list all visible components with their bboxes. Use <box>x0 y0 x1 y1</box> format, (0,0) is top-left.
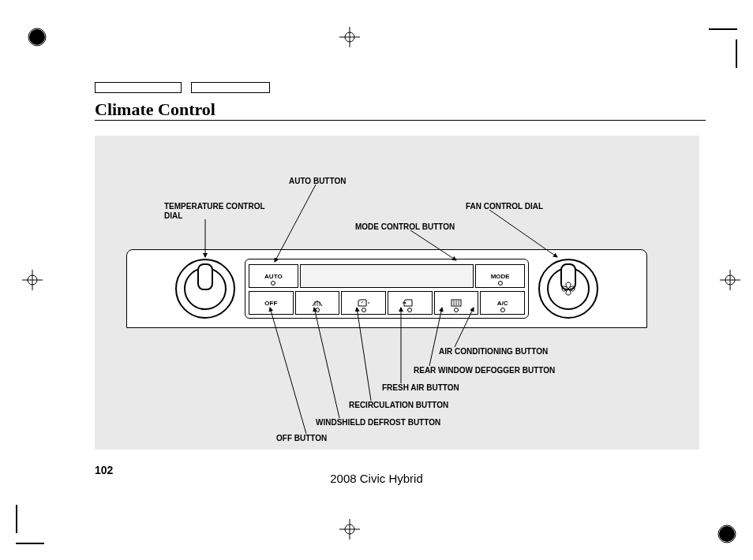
callout-ws-defrost: WINDSHIELD DEFROST BUTTON <box>316 418 440 427</box>
callout-auto-button: AUTO BUTTON <box>289 177 346 185</box>
crop-mark-top-right <box>698 28 737 68</box>
svg-point-2 <box>719 526 735 542</box>
callout-mode-button: MODE CONTROL BUTTON <box>355 222 455 231</box>
temperature-dial <box>175 259 235 319</box>
fresh-air-icon <box>403 298 417 308</box>
callout-ac-button: AIR CONDITIONING BUTTON <box>439 347 548 356</box>
callout-recirc: RECIRCULATION BUTTON <box>349 401 448 409</box>
heading-tab-marks <box>95 82 270 93</box>
rear-defogger-button <box>434 291 479 315</box>
registration-mark-left-center <box>22 270 43 290</box>
page-title: Climate Control <box>95 99 215 120</box>
callout-temp-dial: TEMPERATURE CONTROL DIAL <box>164 202 265 221</box>
recirculation-button <box>341 291 386 315</box>
fan-icon <box>560 281 576 297</box>
registration-mark-bottom-center <box>339 519 360 539</box>
auto-button: AUTO <box>249 264 298 288</box>
title-rule <box>95 120 706 121</box>
ac-button-label: A/C <box>497 300 508 307</box>
registration-mark-top-center <box>339 27 360 47</box>
footer-vehicle: 2008 Civic Hybrid <box>0 472 753 485</box>
registration-mark-top-left <box>27 27 47 47</box>
mode-button: MODE <box>475 264 525 288</box>
fresh-air-button <box>388 291 433 315</box>
recirculation-icon <box>357 298 371 308</box>
callout-off-button: OFF BUTTON <box>276 434 327 442</box>
registration-mark-right-center <box>720 270 740 290</box>
ac-button: A/C <box>480 291 525 315</box>
windshield-defrost-button <box>295 291 340 315</box>
off-button: OFF <box>249 291 294 315</box>
svg-point-0 <box>29 29 45 45</box>
mode-button-label: MODE <box>491 273 510 280</box>
crop-mark-bottom-left <box>16 505 55 544</box>
callout-rear-defog: REAR WINDOW DEFOGGER BUTTON <box>414 366 555 375</box>
center-button-cluster: AUTO MODE OFF <box>245 259 529 319</box>
off-button-label: OFF <box>264 300 277 307</box>
registration-mark-bottom-right <box>717 524 737 544</box>
climate-control-figure: AUTO BUTTON TEMPERATURE CONTROL DIAL MOD… <box>95 136 699 450</box>
dashboard-panel: AUTO MODE OFF <box>126 249 647 328</box>
callout-fan-dial: FAN CONTROL DIAL <box>466 202 543 211</box>
rear-defog-icon <box>450 298 463 308</box>
auto-button-label: AUTO <box>264 273 283 280</box>
callout-fresh-air: FRESH AIR BUTTON <box>382 383 459 392</box>
lcd-display <box>300 264 474 288</box>
defrost-icon <box>311 298 324 308</box>
fan-dial <box>538 259 598 319</box>
